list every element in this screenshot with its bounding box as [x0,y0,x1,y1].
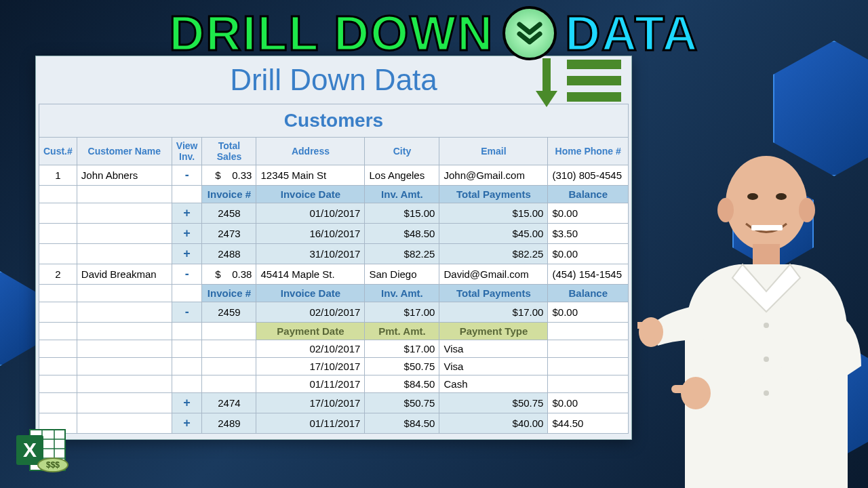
expand-toggle[interactable]: + [172,224,202,244]
svg-point-26 [764,357,769,362]
svg-text:$$$: $$$ [46,460,60,470]
video-title: DRILL DOWN DATA [0,5,868,61]
payment-row: 02/10/2017 $17.00 Visa [39,340,629,358]
invoice-row: + 2489 01/11/2017 $84.50 $40.00 $44.50 [39,413,629,434]
presenter-image [637,136,868,488]
expand-toggle[interactable]: + [172,413,202,434]
expand-toggle[interactable]: + [172,244,202,264]
svg-rect-0 [567,60,621,69]
expand-toggle[interactable]: + [172,203,202,224]
invoice-row: + 2458 01/10/2017 $15.00 $15.00 $0.00 [39,203,629,224]
chevron-down-icon [502,6,557,60]
collapse-toggle[interactable]: - [172,302,202,323]
invoice-header: Invoice # Invoice Date Inv. Amt. Total P… [39,186,629,203]
svg-rect-22 [637,322,650,329]
invoice-row: + 2473 16/10/2017 $48.50 $45.00 $3.50 [39,224,629,244]
column-headers: Cust.# Customer Name View Inv. Total Sal… [39,138,629,165]
customer-row: 2 David Breakman - $ 0.38 45414 Maple St… [39,264,629,285]
svg-rect-24 [671,385,693,393]
title-word-1: DRILL DOWN [170,5,494,61]
svg-rect-1 [567,76,621,85]
svg-point-18 [776,193,787,200]
svg-point-17 [747,193,758,200]
svg-point-16 [799,198,815,222]
svg-rect-20 [753,244,780,264]
invoice-row: + 2474 17/10/2017 $50.75 $50.75 $0.00 [39,393,629,413]
invoice-header: Invoice # Invoice Date Inv. Amt. Total P… [39,285,629,302]
customers-table: Customers Cust.# Customer Name View Inv.… [39,104,629,434]
svg-rect-19 [751,225,783,230]
customer-row: 1 John Abners - $ 0.33 12345 Main St Los… [39,165,629,186]
list-arrow-icon [529,58,624,115]
title-word-2: DATA [565,5,698,61]
payment-row: 01/11/2017 $84.50 Cash [39,375,629,393]
invoice-row: + 2488 31/10/2017 $82.25 $82.25 $0.00 [39,244,629,264]
invoice-row: - 2459 02/10/2017 $17.00 $17.00 $0.00 [39,302,629,323]
collapse-toggle[interactable]: - [172,264,202,285]
svg-point-15 [717,198,734,222]
svg-point-27 [764,390,769,396]
collapse-toggle[interactable]: - [172,165,202,186]
svg-point-25 [764,323,769,328]
svg-text:X: X [23,439,37,461]
svg-rect-3 [542,58,551,94]
svg-rect-2 [567,92,621,102]
svg-point-21 [639,317,663,347]
excel-icon: X $$$ [15,426,69,474]
payment-header: Payment Date Pmt. Amt. Payment Type [39,323,629,340]
payment-row: 17/10/2017 $50.75 Visa [39,358,629,375]
svg-point-14 [726,156,807,251]
expand-toggle[interactable]: + [172,393,202,413]
